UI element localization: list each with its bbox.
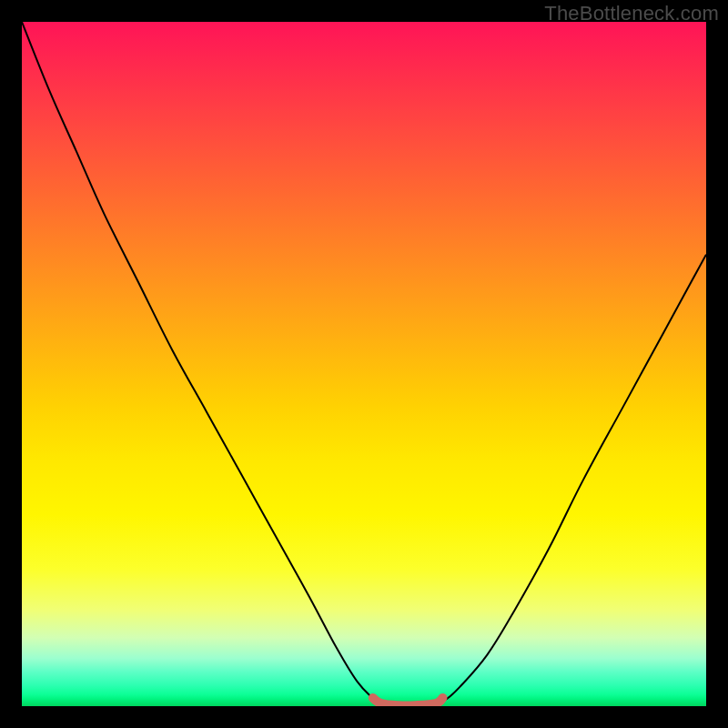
curve-layer (22, 22, 706, 706)
chart-frame: TheBottleneck.com (0, 0, 728, 728)
watermark-text: TheBottleneck.com (544, 2, 719, 25)
plot-area (22, 22, 706, 706)
floor-bar (373, 698, 443, 706)
bottleneck-curve (22, 22, 706, 705)
